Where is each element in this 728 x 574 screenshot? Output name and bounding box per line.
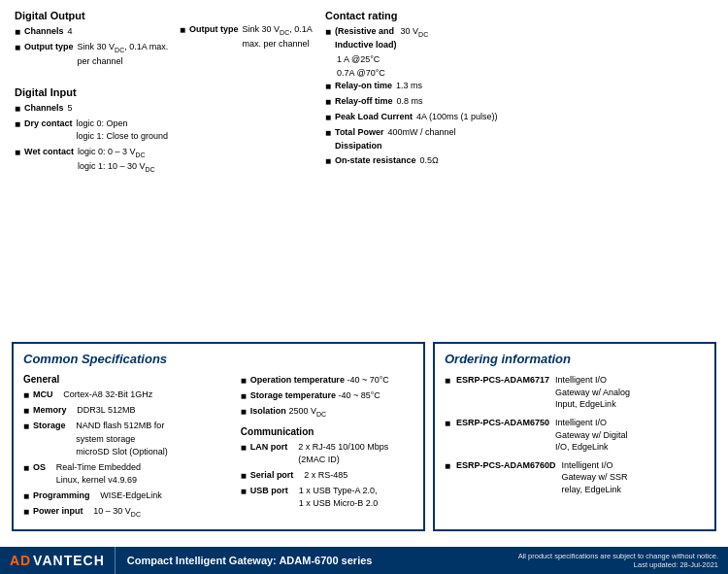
serial-row: ■ Serial port 2 x RS-485: [241, 469, 414, 483]
logo-adv-part: AD: [10, 553, 31, 568]
cr-relay-off-value: 0.8 ms: [397, 95, 423, 109]
bullet-icon: ■: [23, 505, 29, 519]
bullet-icon: ■: [23, 388, 29, 402]
bullet-icon: ■: [325, 80, 331, 93]
storage-temp-row: ■ Storage temperature -40 ~ 85°C: [241, 389, 414, 403]
bullet-icon: ■: [241, 374, 247, 388]
general-label: General: [23, 374, 231, 385]
ordering-box: Ordering information ■ ESRP-PCS-ADAM6717…: [433, 342, 716, 531]
bullet-icon: ■: [241, 485, 247, 498]
op-temp-row: ■ Operation temperature -40 ~ 70°C: [241, 374, 414, 388]
bullet-icon: ■: [15, 25, 20, 39]
cr-power-value: 400mW / channel: [387, 126, 455, 140]
contact-rating-block: Contact rating ■ (Resistive andInductive…: [325, 10, 713, 324]
do-type-value: Sink 30 VDC, 0.1A max. per channel: [78, 41, 170, 69]
mcu-row: ■ MCU Cortex-A8 32-Bit 1GHz: [23, 388, 231, 402]
bullet-icon: ■: [23, 461, 29, 475]
bullet-icon: ■: [15, 102, 20, 116]
memory-value: DDR3L 512MB: [77, 404, 135, 418]
di-wet-row: ■ Wet contact logic 0: 0 – 3 VDClogic 1:…: [15, 146, 170, 176]
programming-label: Programming: [33, 490, 90, 503]
digital-output-title: Digital Output: [15, 10, 170, 21]
logo-text: AD VANTECH: [10, 553, 105, 568]
di-wet-label: Wet contact: [24, 146, 74, 159]
output-type-row: ■ Output type Sink 30 VDC, 0.1A max. per…: [180, 23, 315, 51]
cr-current-25: 1 A @25°C: [337, 53, 713, 67]
bullet-icon: ■: [325, 154, 331, 168]
digital-output-block: Digital Output ■ Channels 4 ■ Output typ…: [15, 10, 170, 324]
cr-peak-value: 4A (100ms (1 pulse)): [416, 111, 498, 124]
cr-resistance-value: 0.5Ω: [420, 154, 439, 168]
cr-power-row: ■ Total PowerDissipation 400mW / channel: [325, 126, 713, 152]
bullet-icon: ■: [325, 25, 331, 39]
lan-row: ■ LAN port 2 x RJ-45 10/100 Mbps(2MAC ID…: [241, 441, 414, 467]
os-value: Real-Time EmbeddedLinux, kernel v4.9.69: [56, 461, 141, 488]
bullet-icon: ■: [241, 405, 247, 419]
ordering-desc-3: Intelligent I/OGateway w/ SSRrelay, Edge…: [562, 459, 628, 496]
di-channels-row: ■ Channels 5: [15, 102, 170, 116]
bullet-icon: ■: [445, 459, 450, 473]
cr-voltage: 30 VDC: [401, 25, 429, 40]
cr-resistive-row: ■ (Resistive andInductive load) 30 VDC: [325, 25, 713, 51]
logo-rest-part: VANTECH: [31, 553, 105, 568]
common-right: ■ Operation temperature -40 ~ 70°C ■ Sto…: [241, 374, 414, 522]
footer-updated: Last updated: 28-Jul-2021: [518, 560, 718, 569]
isolation-text: Isolation 2500 VDC: [250, 405, 326, 420]
do-channels-row: ■ Channels 4: [15, 25, 170, 39]
do-channels-label: Channels: [24, 25, 64, 39]
output-type-value: Sink 30 VDC, 0.1A max. per channel: [243, 23, 315, 51]
isolation-row: ■ Isolation 2500 VDC: [241, 405, 414, 420]
cr-power-label: Total PowerDissipation: [335, 126, 383, 152]
ordering-code-1: ESRP-PCS-ADAM6717: [456, 374, 549, 387]
ordering-desc-1: Intelligent I/OGateway w/ AnalogInput, E…: [555, 374, 630, 411]
bullet-icon: ■: [23, 490, 29, 503]
programming-value: WISE-EdgeLink: [100, 490, 162, 503]
ordering-code-2: ESRP-PCS-ADAM6750: [456, 417, 549, 429]
cr-resistance-label: On-state resistance: [335, 154, 416, 168]
cr-relay-off-row: ■ Relay-off time 0.8 ms: [325, 95, 713, 109]
power-value: 10 – 30 VDC: [93, 505, 141, 520]
comm-label: Communication: [241, 426, 414, 437]
bullet-icon: ■: [445, 417, 450, 430]
ordering-item-3: ■ ESRP-PCS-ADAM6760D Intelligent I/OGate…: [445, 459, 705, 496]
di-dry-label: Dry contact: [24, 118, 73, 131]
top-section: Digital Output ■ Channels 4 ■ Output typ…: [0, 0, 728, 334]
memory-row: ■ Memory DDR3L 512MB: [23, 404, 231, 418]
common-left: General ■ MCU Cortex-A8 32-Bit 1GHz ■ Me…: [23, 374, 231, 522]
bottom-section: Common Specifications General ■ MCU Cort…: [0, 334, 728, 539]
bullet-icon: ■: [15, 118, 20, 131]
common-content: General ■ MCU Cortex-A8 32-Bit 1GHz ■ Me…: [23, 374, 414, 522]
do-channels-value: 4: [68, 25, 73, 39]
os-label: OS: [33, 461, 46, 475]
bullet-icon: ■: [23, 420, 29, 433]
page: Digital Output ■ Channels 4 ■ Output typ…: [0, 0, 728, 574]
serial-value: 2 x RS-485: [304, 469, 347, 483]
mcu-value: Cortex-A8 32-Bit 1GHz: [63, 388, 152, 402]
bullet-icon: ■: [241, 389, 247, 403]
ordering-item-1: ■ ESRP-PCS-ADAM6717 Intelligent I/OGatew…: [445, 374, 705, 411]
di-dry-value: logic 0: Openlogic 1: Close to ground: [77, 118, 169, 144]
cr-resistive-label: (Resistive andInductive load): [335, 25, 397, 51]
cr-current-70: 0.7A @70°C: [337, 67, 713, 81]
ordering-item-2: ■ ESRP-PCS-ADAM6750 Intelligent I/OGatew…: [445, 417, 705, 454]
cr-peak-row: ■ Peak Load Current 4A (100ms (1 pulse)): [325, 111, 713, 124]
di-channels-value: 5: [68, 102, 73, 116]
output-type-label: Output type: [189, 23, 239, 37]
serial-label: Serial port: [250, 469, 294, 483]
lan-value: 2 x RJ-45 10/100 Mbps(2MAC ID): [298, 441, 388, 467]
ordering-title: Ordering information: [445, 352, 705, 366]
ordering-code-3: ESRP-PCS-ADAM6760D: [456, 459, 556, 472]
common-specs-title: Common Specifications: [23, 352, 414, 366]
di-channels-label: Channels: [24, 102, 64, 116]
cr-peak-label: Peak Load Current: [335, 111, 413, 124]
cr-relay-on-label: Relay-on time: [335, 80, 392, 93]
bullet-icon: ■: [445, 374, 450, 388]
di-dry-row: ■ Dry contact logic 0: Openlogic 1: Clos…: [15, 118, 170, 144]
cr-relay-off-label: Relay-off time: [335, 95, 393, 109]
storage-value: NAND flash 512MB forsystem storagemicroS…: [76, 420, 168, 459]
bullet-icon: ■: [325, 111, 331, 124]
bullet-icon: ■: [15, 41, 20, 54]
op-temp-text: Operation temperature -40 ~ 70°C: [250, 374, 389, 388]
footer-disclaimer: All product specifications are subject t…: [518, 552, 718, 560]
bullet-icon: ■: [23, 404, 29, 418]
